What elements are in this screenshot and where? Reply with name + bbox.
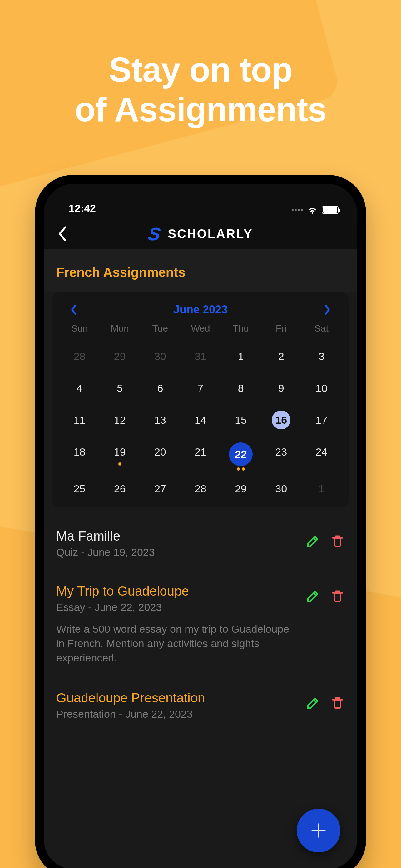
chevron-right-icon xyxy=(324,304,331,315)
calendar-day[interactable]: 14 xyxy=(191,410,210,429)
calendar-dow: Thu xyxy=(221,323,261,334)
calendar-day[interactable]: 23 xyxy=(272,442,291,461)
assignment-main: My Trip to GuadeloupeEssay - June 22, 20… xyxy=(56,584,296,665)
calendar-day[interactable]: 30 xyxy=(151,347,170,366)
delete-assignment-button[interactable] xyxy=(330,696,345,711)
assignment-description: Write a 500 word essay on my trip to Gua… xyxy=(56,622,296,665)
app-logo: S xyxy=(147,223,162,244)
promo-headline: Stay on top of Assignments xyxy=(0,0,401,129)
pencil-icon xyxy=(305,696,320,711)
pencil-icon xyxy=(305,534,320,549)
status-bar: 12:42 xyxy=(44,184,357,218)
calendar-day[interactable]: 8 xyxy=(231,379,250,398)
assignment-subtitle: Presentation - June 22, 2023 xyxy=(56,708,296,720)
plus-icon xyxy=(308,820,329,840)
back-button[interactable] xyxy=(55,226,70,241)
calendar-dow: Sun xyxy=(59,323,100,334)
calendar-day[interactable]: 18 xyxy=(70,442,89,461)
calendar-day-event-dots xyxy=(110,462,129,466)
assignment-actions xyxy=(305,690,345,711)
svg-rect-1 xyxy=(334,593,340,601)
chevron-left-icon xyxy=(70,304,77,315)
calendar-dow: Mon xyxy=(100,323,140,334)
promo-line-1: Stay on top xyxy=(0,50,401,90)
promo-line-2: of Assignments xyxy=(0,90,401,129)
calendar-day[interactable]: 12 xyxy=(110,410,129,429)
assignment-title: My Trip to Guadeloupe xyxy=(56,584,296,599)
chevron-left-icon xyxy=(57,226,68,241)
nav-bar: S SCHOLARLY xyxy=(44,218,357,249)
calendar-day[interactable]: 19 xyxy=(110,442,129,461)
assignment-subtitle: Essay - June 22, 2023 xyxy=(56,601,296,613)
calendar-grid: SunMonTueWedThuFriSat2829303112345678910… xyxy=(59,323,342,498)
delete-assignment-button[interactable] xyxy=(330,589,345,604)
calendar-day[interactable]: 31 xyxy=(191,347,210,366)
assignment-main: Guadeloupe PresentationPresentation - Ju… xyxy=(56,690,296,720)
assignment-main: Ma FamilleQuiz - June 19, 2023 xyxy=(56,529,296,558)
calendar-day[interactable]: 28 xyxy=(70,347,89,366)
assignment-row[interactable]: My Trip to GuadeloupeEssay - June 22, 20… xyxy=(44,571,357,678)
calendar-day[interactable]: 24 xyxy=(312,442,331,461)
calendar-day[interactable]: 17 xyxy=(312,410,331,429)
page-body: French Assignments June 2023 xyxy=(44,249,357,868)
add-assignment-button[interactable] xyxy=(297,809,340,852)
status-time: 12:42 xyxy=(69,202,96,214)
cellular-icon xyxy=(292,209,303,211)
calendar-dow: Wed xyxy=(180,323,221,334)
calendar-day[interactable]: 26 xyxy=(110,479,129,498)
device-frame: 12:42 xyxy=(35,175,366,868)
status-icons xyxy=(292,206,338,214)
calendar-month-label: June 2023 xyxy=(80,303,321,316)
calendar-day[interactable]: 1 xyxy=(231,347,250,366)
calendar-day[interactable]: 15 xyxy=(231,410,250,429)
edit-assignment-button[interactable] xyxy=(305,696,320,711)
calendar-day[interactable]: 1 xyxy=(312,479,331,498)
calendar-dow: Tue xyxy=(140,323,180,334)
calendar-day[interactable]: 13 xyxy=(151,410,170,429)
calendar-day[interactable]: 11 xyxy=(70,410,89,429)
trash-icon xyxy=(330,589,345,604)
edit-assignment-button[interactable] xyxy=(305,589,320,604)
calendar-day[interactable]: 22 xyxy=(229,442,253,466)
delete-assignment-button[interactable] xyxy=(330,534,345,549)
calendar-dow: Sat xyxy=(301,323,342,334)
calendar-day[interactable]: 27 xyxy=(151,479,170,498)
calendar-prev-button[interactable] xyxy=(67,303,80,316)
calendar-day[interactable]: 2 xyxy=(272,347,291,366)
assignment-actions xyxy=(305,529,345,549)
calendar-day[interactable]: 21 xyxy=(191,442,210,461)
trash-icon xyxy=(330,534,345,549)
calendar-day[interactable]: 4 xyxy=(70,379,89,398)
calendar-day[interactable]: 7 xyxy=(191,379,210,398)
assignment-row[interactable]: Guadeloupe PresentationPresentation - Ju… xyxy=(44,678,357,733)
calendar-dow: Fri xyxy=(261,323,301,334)
assignment-title: Guadeloupe Presentation xyxy=(56,690,296,706)
calendar-next-button[interactable] xyxy=(321,303,334,316)
pencil-icon xyxy=(305,589,320,604)
calendar-day[interactable]: 29 xyxy=(231,479,250,498)
assignment-list: Ma FamilleQuiz - June 19, 2023My Trip to… xyxy=(44,516,357,733)
calendar-day[interactable]: 16 xyxy=(272,410,291,429)
assignment-title: Ma Famille xyxy=(56,529,296,544)
calendar-day[interactable]: 28 xyxy=(191,479,210,498)
assignment-subtitle: Quiz - June 19, 2023 xyxy=(56,546,296,558)
calendar-day[interactable]: 9 xyxy=(272,379,291,398)
calendar-day[interactable]: 25 xyxy=(70,479,89,498)
trash-icon xyxy=(330,696,345,711)
assignment-row[interactable]: Ma FamilleQuiz - June 19, 2023 xyxy=(44,516,357,571)
calendar-day[interactable]: 6 xyxy=(151,379,170,398)
screen: 12:42 xyxy=(44,184,357,868)
app-title: SCHOLARLY xyxy=(168,227,253,241)
battery-icon xyxy=(322,206,338,214)
calendar-day-event-dots xyxy=(229,467,253,470)
calendar: June 2023 SunMonTueWedThuFriSat282930311… xyxy=(53,292,348,507)
calendar-day[interactable]: 29 xyxy=(110,347,129,366)
edit-assignment-button[interactable] xyxy=(305,534,320,549)
calendar-day[interactable]: 3 xyxy=(312,347,331,366)
calendar-day[interactable]: 20 xyxy=(151,442,170,461)
svg-rect-0 xyxy=(334,538,340,547)
assignment-actions xyxy=(305,584,345,604)
calendar-day[interactable]: 30 xyxy=(272,479,291,498)
calendar-day[interactable]: 5 xyxy=(110,379,129,398)
calendar-day[interactable]: 10 xyxy=(312,379,331,398)
